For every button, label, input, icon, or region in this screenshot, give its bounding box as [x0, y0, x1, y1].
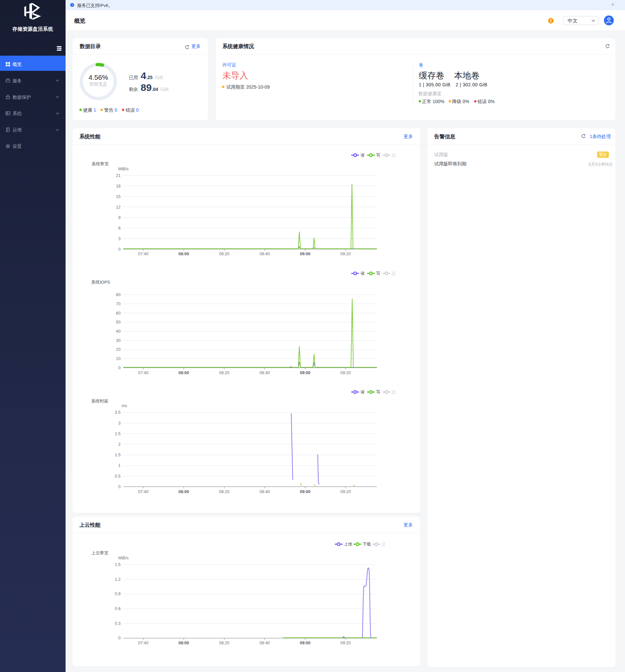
- svg-text:MiB/s: MiB/s: [118, 167, 128, 171]
- svg-text:09:00: 09:00: [300, 252, 310, 256]
- svg-text:09:00: 09:00: [300, 489, 310, 494]
- svg-text:0.9: 0.9: [115, 592, 121, 596]
- svg-text:0: 0: [118, 247, 121, 252]
- svg-text:0: 0: [118, 636, 121, 640]
- svg-text:上传: 上传: [344, 542, 353, 547]
- svg-text:0: 0: [118, 366, 121, 370]
- svg-text:09:00: 09:00: [300, 641, 310, 645]
- svg-text:总: 总: [391, 271, 396, 276]
- svg-text:08:40: 08:40: [260, 370, 270, 375]
- svg-text:写: 写: [376, 153, 381, 158]
- svg-text:08:20: 08:20: [219, 641, 229, 645]
- svg-text:09:00: 09:00: [300, 370, 310, 375]
- svg-text:80: 80: [116, 292, 121, 297]
- svg-text:1.5: 1.5: [115, 562, 121, 567]
- svg-text:读: 读: [360, 153, 365, 158]
- svg-text:08:00: 08:00: [178, 370, 189, 375]
- svg-text:08:00: 08:00: [178, 252, 189, 256]
- svg-text:1.5: 1.5: [115, 453, 121, 457]
- svg-text:09:20: 09:20: [340, 641, 351, 645]
- svg-text:08:40: 08:40: [260, 489, 270, 494]
- svg-text:0: 0: [118, 485, 121, 489]
- svg-text:08:00: 08:00: [178, 489, 189, 494]
- svg-text:07:40: 07:40: [138, 489, 148, 494]
- svg-text:09:20: 09:20: [340, 252, 351, 256]
- svg-text:50: 50: [116, 320, 121, 325]
- svg-text:总: 总: [391, 153, 396, 158]
- svg-text:读: 读: [360, 271, 365, 276]
- svg-text:总: 总: [381, 542, 386, 547]
- svg-text:ms: ms: [122, 404, 127, 408]
- svg-text:08:40: 08:40: [260, 252, 270, 256]
- svg-text:下载: 下载: [363, 542, 371, 547]
- svg-text:40: 40: [116, 329, 121, 334]
- svg-text:12: 12: [116, 205, 121, 210]
- svg-text:读: 读: [360, 390, 365, 394]
- svg-text:21: 21: [116, 173, 121, 178]
- svg-text:MiB/s: MiB/s: [118, 556, 128, 560]
- svg-text:2.5: 2.5: [115, 432, 121, 436]
- svg-text:18: 18: [116, 184, 121, 188]
- svg-text:1: 1: [118, 463, 121, 468]
- svg-text:10: 10: [116, 356, 121, 361]
- svg-text:07:40: 07:40: [138, 370, 148, 375]
- svg-text:3.5: 3.5: [115, 410, 121, 415]
- svg-text:08:40: 08:40: [260, 641, 270, 645]
- svg-text:总: 总: [391, 390, 396, 394]
- svg-text:08:20: 08:20: [219, 252, 229, 256]
- svg-text:6: 6: [118, 226, 121, 231]
- svg-text:0.5: 0.5: [115, 474, 121, 479]
- svg-text:30: 30: [116, 338, 121, 343]
- svg-text:9: 9: [118, 215, 121, 220]
- svg-text:0.3: 0.3: [115, 621, 121, 626]
- svg-text:07:40: 07:40: [138, 641, 148, 645]
- svg-text:15: 15: [116, 194, 121, 199]
- svg-text:08:20: 08:20: [219, 489, 229, 494]
- svg-text:08:00: 08:00: [178, 641, 189, 645]
- svg-text:09:20: 09:20: [340, 370, 351, 375]
- svg-text:0.6: 0.6: [115, 606, 121, 611]
- svg-text:3: 3: [118, 237, 121, 241]
- svg-text:08:20: 08:20: [219, 370, 229, 375]
- svg-text:70: 70: [116, 302, 121, 306]
- svg-text:写: 写: [376, 390, 381, 394]
- svg-text:2: 2: [118, 442, 121, 447]
- svg-text:07:40: 07:40: [138, 252, 148, 256]
- svg-text:写: 写: [376, 271, 381, 276]
- svg-text:1.2: 1.2: [115, 577, 121, 582]
- svg-text:60: 60: [116, 311, 121, 316]
- svg-text:20: 20: [116, 347, 121, 352]
- svg-text:09:20: 09:20: [340, 489, 351, 494]
- svg-text:3: 3: [118, 421, 121, 426]
